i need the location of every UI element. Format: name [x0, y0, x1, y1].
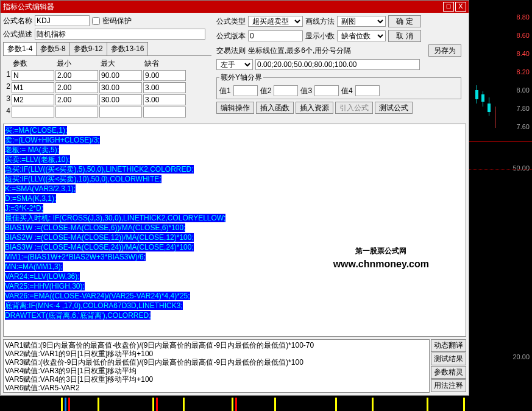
chart-divider [469, 141, 532, 142]
close-button[interactable]: X [455, 2, 466, 12]
param-def-input[interactable] [143, 70, 186, 81]
tab-params-5-8[interactable]: 参数5-8 [36, 42, 69, 55]
val4-input[interactable] [355, 85, 380, 96]
val3-input[interactable] [314, 85, 339, 96]
param-max-input[interactable] [99, 82, 142, 93]
col-param: 参数 [12, 58, 54, 69]
code-line: 老板:= MA(卖,5); [5, 145, 464, 155]
col-min: 最小 [55, 58, 98, 69]
formula-type-label: 公式类型 [216, 16, 246, 27]
price-tick: 50.00 [512, 164, 530, 172]
formula-editor-window: 指标公式编辑器 □ X 公式名称 密码保护 公式描述 参数1-4 参数5-8 参… [0, 0, 469, 396]
tab-params-9-12[interactable]: 参数9-12 [69, 42, 107, 55]
price-tick: 8.60 [517, 32, 530, 39]
dynamic-trans-button[interactable]: 动态翻译 [431, 339, 466, 352]
coords-input[interactable] [255, 59, 420, 70]
vbar [232, 398, 233, 411]
display-decimal-select[interactable]: 缺省位数 [337, 30, 386, 41]
translation-line: VAR1赋值:(9日内最高价的最高值-收盘价)/(9日内最高价的最高值-9日内最… [5, 341, 428, 350]
val2-label: 值2 [260, 86, 272, 96]
code-line: 最佳买入时机: IF(CROSS(J,3),30,0),LINETHICK2,C… [5, 213, 464, 223]
vbar [152, 398, 154, 411]
price-tick: 8.80 [517, 13, 530, 21]
titlebar[interactable]: 指标公式编辑器 □ X [1, 1, 469, 13]
translation-line: VAR2赋值:VAR1的9日[1日权重]移动平均+100 [5, 350, 428, 358]
col-default: 缺省 [143, 58, 186, 69]
val3-label: 值3 [300, 86, 312, 96]
formula-desc-input[interactable] [35, 29, 205, 40]
formula-name-label: 公式名称 [3, 16, 32, 26]
param-name-input[interactable] [12, 82, 54, 93]
password-protect-checkbox[interactable] [92, 17, 100, 25]
param-def-input[interactable] [143, 107, 186, 118]
vbar [61, 398, 63, 411]
vbar [427, 398, 428, 411]
cancel-button[interactable]: 取 消 [388, 30, 421, 42]
param-min-input[interactable] [55, 107, 98, 118]
vbar [183, 398, 185, 411]
code-line: BIAS2W :=(CLOSE-MA(CLOSE,12))/MA(CLOSE,1… [5, 233, 464, 242]
password-protect-label: 密码保护 [102, 16, 132, 26]
translation-line: VAR5赋值:VAR4的3日[1日权重]移动平均+100 [5, 375, 428, 384]
left-hand-select[interactable]: 左手 [216, 59, 253, 70]
translation-output[interactable]: VAR1赋值:(9日内最高价的最高值-收盘价)/(9日内最高价的最高值-9日内最… [3, 339, 430, 393]
val1-input[interactable] [233, 85, 258, 96]
price-tick: 7.80 [517, 105, 530, 112]
trade-rule-label: 交易法则 [216, 46, 246, 56]
code-line: VAR25:=HHV(HIGH,30); [5, 281, 464, 291]
price-tick: 8.40 [517, 50, 530, 57]
code-line: K:=SMA(VAR3/2,3,1); [5, 184, 464, 194]
code-line: 买卖:=LLV(老板,10); [5, 155, 464, 164]
draw-method-select[interactable]: 副图 [337, 16, 386, 27]
param-def-input[interactable] [143, 82, 186, 93]
translation-line: VAR6赋值:VAR5-VAR2 [5, 384, 428, 392]
param-row: 2 [3, 82, 211, 93]
test-result-button[interactable]: 测试结果 [431, 353, 466, 365]
test-formula-button[interactable]: 测试公式 [375, 102, 413, 114]
code-editor[interactable]: 买:=MA(CLOSE,1);卖:=(LOW+HIGH+CLOSE)/3;老板:… [3, 124, 466, 337]
param-def-input[interactable] [143, 94, 186, 105]
param-max-input[interactable] [99, 70, 142, 81]
import-formula-button[interactable]: 引入公式 [335, 102, 373, 114]
formula-version-input[interactable] [248, 30, 303, 41]
translation-line: VAR4赋值:VAR3的9日[1日权重]移动平均 [5, 367, 428, 375]
param-max-input[interactable] [99, 94, 142, 105]
code-line: 买:=MA(CLOSE,1); [5, 125, 464, 135]
edit-op-button[interactable]: 编辑操作 [216, 102, 254, 114]
param-name-input[interactable] [12, 94, 54, 105]
param-table: 参数 最小 最大 缺省 1 2 3 4 [3, 58, 211, 118]
display-decimal-label: 显示小数 [305, 31, 335, 41]
formula-desc-label: 公式描述 [3, 29, 32, 40]
code-line: 底背离:IF(MN<-4 ,17,0),COLORA67D3D,LINETHIC… [5, 301, 464, 311]
tab-params-1-4[interactable]: 参数1-4 [3, 42, 37, 55]
param-row: 1 [3, 70, 211, 81]
volume-chart [0, 397, 532, 411]
param-wizard-button[interactable]: 参数精灵 [431, 366, 466, 379]
save-as-button[interactable]: 另存为 [428, 44, 461, 57]
param-row: 4 [3, 107, 211, 118]
translation-line: 买赋值:收盘价的1日简单移动平均 [5, 392, 428, 393]
val2-input[interactable] [274, 85, 298, 96]
insert-func-button[interactable]: 插入函数 [256, 102, 294, 114]
chart-gridline [469, 169, 532, 170]
formula-name-input[interactable] [35, 15, 90, 26]
ok-button[interactable]: 确 定 [388, 15, 421, 27]
vbar [372, 398, 374, 411]
param-min-input[interactable] [55, 70, 98, 81]
translation-line: VAR3赋值:(收盘价-9日内最低价的最低值)/(9日内最高价的最高值-9日内最… [5, 358, 428, 367]
price-tick: 8.00 [517, 86, 530, 94]
tab-params-13-16[interactable]: 参数13-16 [107, 42, 149, 55]
trade-rule-hint: 坐标线位置,最多6个,用分号分隔 [248, 46, 426, 56]
col-max: 最大 [99, 58, 142, 69]
param-max-input[interactable] [99, 107, 142, 118]
insert-res-button[interactable]: 插入资源 [296, 102, 333, 114]
val4-label: 值4 [341, 86, 353, 96]
param-name-input[interactable] [12, 107, 54, 118]
param-name-input[interactable] [12, 70, 54, 81]
watermark-url: www.chnmoney.com [333, 259, 429, 269]
param-min-input[interactable] [55, 94, 98, 105]
usage-note-button[interactable]: 用法注释 [431, 379, 466, 392]
param-min-input[interactable] [55, 82, 98, 93]
formula-type-select[interactable]: 超买超卖型 [248, 16, 303, 27]
maximize-button[interactable]: □ [443, 2, 454, 12]
